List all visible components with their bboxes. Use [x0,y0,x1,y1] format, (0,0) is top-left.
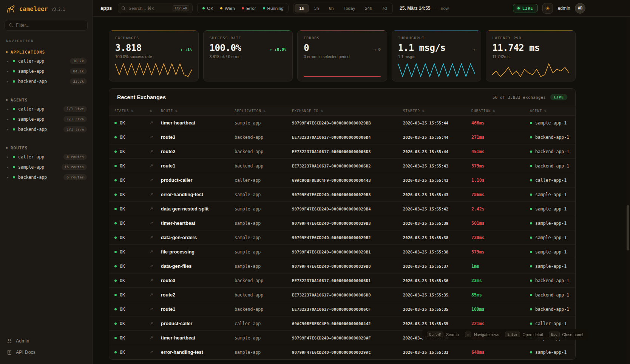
route-cell: error-handling-test [161,350,235,355]
sidebar-item-route[interactable]: ▸ sample-app 16 routes [0,162,92,172]
exchange-table-row[interactable]: OK ↗ route3 backend-app EE7322370A10617-… [109,130,575,144]
duration-cell: 85ms [471,292,530,298]
agent-label: sample-app-1 [535,206,567,212]
exchange-table-row[interactable]: OK ↗ route2 backend-app EE7322370A10617-… [109,144,575,159]
document-icon [7,350,12,355]
stat-card-exchanges: EXCHANGES 3.818 ↑ +1% 100.0% success rat… [109,30,199,81]
avatar[interactable]: AD [575,3,585,14]
agent-cell: backend-app-1 [530,135,570,140]
column-header-agent[interactable]: AGENT⇅ [530,109,570,113]
stat-accent-bar [109,31,198,31]
exchange-table-row[interactable]: OK ↗ timer-heartbeat sample-app 90799F47… [109,116,575,130]
exchange-table-row[interactable]: OK ↗ route1 backend-app EE7322370A10617-… [109,302,575,316]
open-exchange-icon[interactable]: ↗ [150,278,161,283]
time-range-button[interactable]: 1h [295,4,309,12]
open-exchange-icon[interactable]: ↗ [150,178,161,183]
open-exchange-icon[interactable]: ↗ [150,264,161,269]
status-filter-chip[interactable]: Warn [217,5,238,12]
hint-label: Search [446,332,459,337]
exchange-table-row[interactable]: OK ↗ product-caller caller-app 69AC90BF8… [109,173,575,187]
sidebar-item-application[interactable]: ▸ caller-app 10.7k [0,56,92,66]
section-routes: ROUTES ▸ caller-app 4 routes ▸ sample-ap… [0,144,92,182]
column-header-duration[interactable]: DURATION⇅ [471,109,530,113]
open-exchange-icon[interactable]: ↗ [150,321,161,326]
open-exchange-icon[interactable]: ↗ [150,335,161,340]
sidebar-item-agent[interactable]: ▸ caller-app 1/1 live [0,104,92,114]
theme-toggle-button[interactable]: ☀ [542,3,553,14]
application-cell: sample-app [235,206,292,212]
open-exchange-icon[interactable]: ↗ [150,149,161,154]
column-header-route[interactable]: ROUTE⇅ [161,109,235,113]
global-search[interactable]: Ctrl+K [118,3,193,13]
open-exchange-icon[interactable]: ↗ [150,292,161,297]
open-exchange-icon[interactable]: ↗ [150,221,161,226]
agent-label: sample-app-1 [535,249,567,255]
exchange-table-row[interactable]: OK ↗ route2 backend-app EE7322370A10617-… [109,288,575,302]
column-header-status[interactable]: STATUS⇅ [114,109,150,113]
status-label: OK [120,120,125,126]
section-title-agents[interactable]: AGENTS [0,96,92,104]
exchange-id-cell: EE7322370A10617-00000000000006CF [292,307,403,312]
sidebar-link-api-docs[interactable]: API Docs [0,347,92,358]
exchange-table-row[interactable]: OK ↗ timer-heartbeat sample-app 90799F47… [109,216,575,230]
open-exchange-icon[interactable]: ↗ [150,135,161,140]
started-cell: 2026-03-25 15:55:35 [403,293,471,297]
status-label: OK [120,206,125,212]
sidebar-link-admin[interactable]: Admin [0,335,92,347]
column-header-application[interactable]: APPLICATION⇅ [235,109,292,113]
section-title-applications[interactable]: APPLICATIONS [0,48,92,56]
status-label: OK [120,149,125,154]
exchange-table-row[interactable]: OK ↗ data-gen-orders sample-app 90799F47… [109,230,575,245]
open-exchange-icon[interactable]: ↗ [150,235,161,240]
status-filter-chip[interactable]: Error [239,5,259,12]
sidebar-item-route[interactable]: ▸ backend-app 6 routes [0,172,92,182]
time-range-button[interactable]: 6h [324,4,338,12]
time-range-button[interactable]: 7d [377,4,391,12]
column-header-exchange-id[interactable]: EXCHANGE ID⇅ [292,109,403,113]
exchange-table-row[interactable]: OK ↗ error-handling-test sample-app 9079… [109,345,575,359]
sidebar-item-application[interactable]: ▸ backend-app 32.2k [0,76,92,86]
live-toggle[interactable]: LIVE [513,4,538,12]
time-range-button[interactable]: 24h [360,4,377,12]
application-cell: sample-app [235,192,292,197]
exchange-table-row[interactable]: OK ↗ error-handling-test sample-app 9079… [109,187,575,202]
status-filter-chip[interactable]: Running [260,5,287,12]
started-cell: 2026-03-25 15:55:43 [403,192,471,197]
exchange-table-row[interactable]: OK ↗ route1 backend-app EE7322370A10617-… [109,159,575,173]
sidebar-item-route[interactable]: ▸ caller-app 4 routes [0,152,92,162]
sidebar-item-badge: 4 routes [63,154,87,160]
exchange-table-row[interactable]: OK ↗ data-gen-nested-split sample-app 90… [109,202,575,216]
time-range-group: 1h 3h 6h Today 24h 7d [293,3,393,14]
sidebar-filter[interactable] [5,20,88,31]
sort-icon: ⇅ [544,109,547,113]
column-header-started[interactable]: STARTED⇅ [403,109,471,113]
application-cell: sample-app [235,120,292,126]
open-exchange-icon[interactable]: ↗ [150,120,161,125]
status-filter-chip[interactable]: OK [199,5,216,12]
open-exchange-icon[interactable]: ↗ [150,307,161,312]
exchange-table-row[interactable]: OK ↗ data-gen-files sample-app 90799F47E… [109,259,575,273]
open-exchange-icon[interactable]: ↗ [150,192,161,197]
exchange-table-row[interactable]: OK ↗ file-processing sample-app 90799F47… [109,245,575,259]
open-exchange-icon[interactable]: ↗ [150,206,161,211]
section-title-label: ROUTES [11,146,28,150]
open-exchange-icon[interactable]: ↗ [150,163,161,168]
stat-delta: ↑ +0.0% [270,47,286,52]
section-title-routes[interactable]: ROUTES [0,144,92,152]
exchange-id-cell: EE7322370A10617-00000000000006D2 [292,164,403,168]
sidebar-item-agent[interactable]: ▸ sample-app 1/1 live [0,114,92,124]
sidebar-filter-input[interactable] [16,23,83,28]
sparkline [492,62,569,77]
scrollbar-thumb[interactable] [627,205,629,250]
global-search-input[interactable] [128,6,170,11]
open-exchange-icon[interactable]: ↗ [150,350,161,355]
sidebar-item-badge: 10.7k [70,58,87,64]
time-range-button[interactable]: Today [339,4,360,12]
exchange-table-row[interactable]: OK ↗ route3 backend-app EE7322370A10617-… [109,273,575,288]
agent-cell: sample-app-1 [530,249,570,255]
sidebar-item-agent[interactable]: ▸ backend-app 1/1 live [0,124,92,134]
time-range-button[interactable]: 3h [310,4,324,12]
open-exchange-icon[interactable]: ↗ [150,249,161,254]
sidebar-item-application[interactable]: ▸ sample-app 84.1k [0,66,92,76]
time-window-end: now [441,6,449,11]
